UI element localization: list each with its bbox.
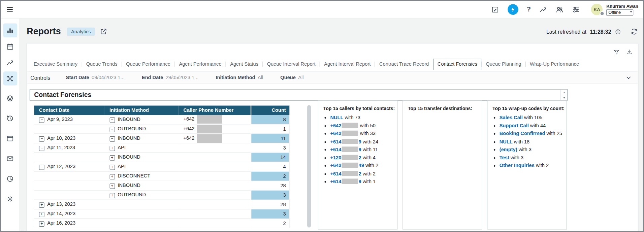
expand-icon[interactable]: +: [109, 146, 115, 151]
item-link[interactable]: +120: [330, 155, 341, 160]
sliders-icon[interactable]: [572, 5, 580, 13]
sidebar-item-calendar[interactable]: [3, 39, 17, 53]
info-icon[interactable]: [615, 29, 621, 35]
item-link[interactable]: +614: [330, 139, 341, 144]
header-caller-phone[interactable]: Caller Phone Number: [179, 105, 251, 115]
step-up-icon[interactable]: ▲: [561, 90, 567, 95]
item-link[interactable]: NULL: [330, 114, 343, 120]
item-link[interactable]: 9: [359, 139, 361, 144]
expand-icon[interactable]: +: [39, 202, 44, 208]
section-header: Contact Forensics ▲ ▼: [30, 89, 568, 101]
expand-icon[interactable]: +: [39, 212, 44, 217]
cell-initiation-method: +INBOUND: [104, 153, 178, 162]
expand-icon[interactable]: +: [109, 155, 115, 161]
sidebar-item-pie-chart[interactable]: [3, 172, 17, 186]
sidebar-item-tools[interactable]: [3, 71, 17, 85]
metrics-icon[interactable]: [539, 5, 547, 13]
collapse-icon[interactable]: −: [109, 136, 115, 142]
external-link-icon[interactable]: [100, 28, 107, 35]
item-link[interactable]: +642: [330, 163, 341, 168]
step-down-icon[interactable]: ▼: [561, 95, 567, 100]
list-item: Sales Call with 105: [500, 114, 561, 120]
cell-contact-date: −Apr 11, 2023: [34, 143, 105, 153]
expand-icon[interactable]: +: [109, 193, 115, 198]
item-link[interactable]: Booking Confirmed: [500, 131, 545, 136]
table-row: −Apr 10, 2023−INBOUND+64211: [34, 134, 289, 143]
cell-caller-phone: +642: [179, 134, 251, 143]
tab-wrap-up-performance[interactable]: Wrap-Up Performance: [526, 59, 583, 70]
sidebar-item-line-chart[interactable]: [3, 56, 17, 69]
tab-executive-summary[interactable]: Executive Summary: [30, 59, 82, 70]
chevron-down-icon[interactable]: [625, 74, 632, 81]
tab-queue-performance[interactable]: Queue Performance: [122, 59, 174, 70]
date-text: Apr 14, 2023: [47, 211, 75, 217]
item-link[interactable]: 9: [359, 178, 361, 184]
filter-end-date[interactable]: End Date29/05/2023 1...: [142, 75, 198, 80]
item-link[interactable]: 9: [359, 146, 361, 152]
collapse-icon[interactable]: −: [39, 165, 44, 170]
date-text: Apr 11, 2023: [47, 145, 75, 151]
tab-agent-status[interactable]: Agent Status: [226, 59, 262, 70]
item-link[interactable]: +642: [330, 123, 341, 128]
expand-icon[interactable]: +: [109, 174, 115, 179]
item-link[interactable]: +614: [330, 146, 341, 152]
tab-queue-trends[interactable]: Queue Trends: [82, 59, 122, 70]
cell-count: 14: [251, 153, 289, 162]
sidebar-item-layers[interactable]: [3, 91, 17, 105]
filter-initiation-method[interactable]: Initiation MethodAll: [216, 75, 263, 80]
item-link[interactable]: Support Call: [500, 123, 529, 128]
tab-agent-performance[interactable]: Agent Performance: [175, 59, 225, 70]
expand-icon[interactable]: +: [39, 221, 44, 227]
vertical-scrollbar[interactable]: [307, 105, 311, 227]
sidebar-item-mail[interactable]: [3, 152, 17, 165]
sidebar-item-gear[interactable]: [3, 192, 17, 205]
download-icon[interactable]: [626, 48, 633, 56]
sidebar-item-window[interactable]: [3, 131, 17, 145]
note-icon[interactable]: [491, 5, 499, 13]
tab-agent-interval-report[interactable]: Agent Interval Report: [320, 59, 375, 70]
collapse-icon[interactable]: −: [39, 117, 44, 123]
users-icon[interactable]: [556, 5, 564, 13]
history-icon: [6, 114, 14, 122]
header-contact-date[interactable]: Contact Date: [34, 105, 105, 115]
help-icon[interactable]: ?: [527, 6, 531, 13]
refresh-button[interactable]: [631, 28, 638, 35]
collapse-icon[interactable]: −: [109, 117, 115, 123]
item-link[interactable]: (empty): [500, 146, 517, 152]
tab-contract-trace-record[interactable]: Contract Trace Record: [375, 59, 433, 70]
header-initiation-method[interactable]: Initiation Method: [104, 105, 178, 115]
sidebar-item-history[interactable]: [3, 111, 17, 125]
item-link[interactable]: Test: [500, 155, 509, 160]
menu-icon[interactable]: [6, 6, 13, 13]
expand-icon[interactable]: +: [109, 184, 115, 189]
filter-icon[interactable]: [613, 48, 620, 56]
filter-start-date[interactable]: Start Date09/04/2023 1...: [66, 75, 125, 80]
status-dropdown[interactable]: Offline ▾: [606, 9, 633, 15]
item-link[interactable]: NULL: [500, 139, 513, 144]
item-link[interactable]: 2: [359, 171, 361, 176]
collapse-icon[interactable]: −: [39, 146, 44, 151]
filter-value: All: [298, 75, 303, 80]
collapse-icon[interactable]: −: [39, 136, 44, 142]
item-link[interactable]: +642: [330, 131, 341, 136]
cell-initiation-method: +API: [104, 143, 178, 153]
tab-queue-interval-report[interactable]: Queue Interval Report: [263, 59, 319, 70]
tab-queue-planning[interactable]: Queue Planning: [482, 59, 525, 70]
item-link[interactable]: Other Inquiries: [500, 163, 535, 168]
filter-queue[interactable]: QueueAll: [280, 75, 303, 80]
report-card: Executive SummaryQueue TrendsQueue Perfo…: [27, 43, 638, 231]
sidebar-item-bar-chart[interactable]: [3, 24, 17, 37]
item-link[interactable]: 2: [359, 155, 361, 160]
header-count[interactable]: Count: [251, 105, 289, 115]
item-link[interactable]: Sales Call: [500, 114, 523, 120]
expand-icon[interactable]: +: [109, 165, 115, 170]
cell-caller-phone: [179, 200, 251, 209]
lightning-icon[interactable]: [508, 4, 518, 15]
item-link[interactable]: +614: [330, 171, 341, 176]
item-link[interactable]: 49: [359, 163, 364, 168]
tab-contact-forensics[interactable]: Contact Forensics: [433, 59, 481, 70]
collapse-icon[interactable]: −: [109, 127, 115, 132]
avatar[interactable]: KA: [591, 4, 603, 15]
avatar-initials: KA: [594, 7, 600, 12]
item-link[interactable]: +614: [330, 178, 341, 184]
